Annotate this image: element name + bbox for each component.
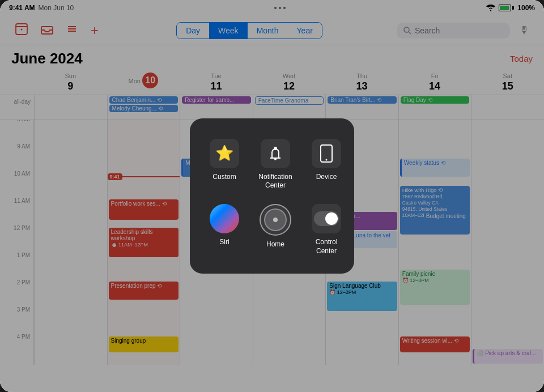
home-btn-inner [264, 208, 287, 231]
home-btn-dot [273, 218, 278, 222]
custom-label: Custom [212, 173, 236, 182]
toggle-dot [317, 217, 321, 220]
at-notification-center[interactable]: NotificationCenter [250, 132, 301, 197]
siri-label: Siri [219, 238, 229, 247]
device-icon [312, 139, 341, 168]
ipad-frame: 9:41 AM Mon Jun 10 100% [0, 0, 544, 392]
at-custom[interactable]: ⭐ Custom [199, 132, 250, 189]
assistive-touch-menu: ⭐ Custom NotificationCenter [190, 118, 354, 274]
home-btn-outer [260, 204, 291, 236]
at-home[interactable]: Home [250, 197, 301, 256]
custom-icon: ⭐ [210, 139, 239, 168]
at-device[interactable]: Device [301, 132, 352, 189]
svg-point-10 [274, 158, 277, 160]
toggle-knob [325, 212, 338, 225]
svg-point-12 [326, 159, 328, 160]
notification-center-icon [261, 139, 290, 168]
home-label: Home [266, 240, 284, 249]
control-center-icon [312, 204, 341, 233]
device-label: Device [316, 173, 337, 182]
assistive-touch-overlay: ⭐ Custom NotificationCenter [0, 0, 544, 392]
siri-icon [210, 204, 239, 233]
at-siri[interactable]: Siri [199, 197, 250, 254]
toggle-visual [314, 211, 339, 226]
control-center-label: ControlCenter [316, 238, 338, 255]
at-control-center[interactable]: ControlCenter [301, 197, 352, 262]
notification-center-label: NotificationCenter [258, 173, 292, 190]
